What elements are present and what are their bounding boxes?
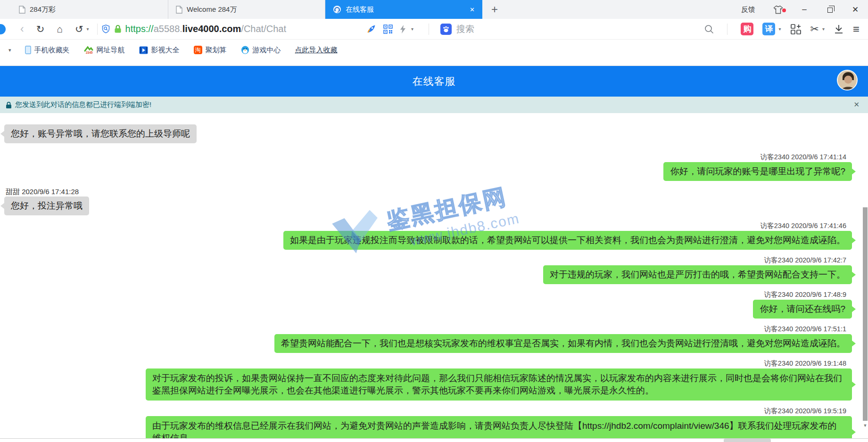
page-icon — [19, 6, 25, 14]
message-bubble: 对于违规的玩家，我们网站也是严厉打击的哦，希望贵网站配合支持一下。 — [543, 265, 852, 284]
message-bubble: 希望贵网站能配合一下，我们也是想核实玩家发布的维权事宜是否属实，如果有内情，我们… — [274, 334, 852, 353]
tab-label: Welcome 284万 — [187, 5, 321, 14]
address-bar[interactable]: https://a5588.live4000.com/Chat/Chat — [125, 24, 286, 34]
shopping-badge[interactable]: 购 — [741, 23, 753, 35]
scrollbar-down-arrow[interactable]: ▼ — [862, 423, 868, 428]
undo-dropdown-icon[interactable]: ▾ — [87, 26, 93, 32]
message-meta: 访客2340 2020/9/6 19:5:19 — [0, 407, 846, 415]
theme-skin-icon[interactable] — [765, 5, 792, 14]
notice-close-icon[interactable]: ✕ — [853, 100, 860, 109]
taobao-icon: 淘 — [194, 46, 202, 54]
url-scheme: https — [125, 24, 146, 34]
message-meta: 访客2340 2020/9/6 17:51:1 — [0, 325, 846, 333]
message-meta: 访客2340 2020/9/6 19:1:48 — [0, 360, 846, 368]
page-icon — [176, 6, 182, 14]
message-meta: 访客2340 2020/9/6 17:48:9 — [0, 291, 846, 299]
encryption-notice-banner: 您发送到此对话的信息都已进行端到端加密! ✕ — [0, 97, 868, 113]
message-bubble: 你好，请问玩家的账号是哪里出现了异常呢? — [663, 162, 852, 181]
chat-message-outgoing: 访客2340 2020/9/6 17:41:46 如果是由于玩家违规投注而导致被… — [0, 222, 868, 250]
tab-welcome[interactable]: Welcome 284万 — [168, 0, 325, 19]
bookmark-game-center[interactable]: 游戏中心 — [234, 44, 288, 56]
scissors-dropdown-icon[interactable]: ▾ — [822, 26, 825, 32]
lock-icon — [6, 101, 12, 109]
chat-message-outgoing: 访客2340 2020/9/6 19:5:19 由于玩家发布的维权信息已经展示在… — [0, 407, 868, 438]
divider — [97, 24, 98, 35]
minimize-button[interactable]: – — [792, 0, 817, 19]
home-button[interactable]: ⌂ — [50, 24, 69, 34]
bookmark-juhuasuan[interactable]: 淘 聚划算 — [187, 44, 234, 56]
new-tab-button[interactable]: + — [482, 0, 507, 19]
page-title: 在线客服 — [413, 74, 456, 89]
search-icon[interactable] — [704, 25, 714, 34]
url-separator: :// — [146, 24, 154, 34]
back-button[interactable]: ‹ — [14, 24, 30, 34]
refresh-button[interactable]: ↻ — [30, 24, 51, 34]
screenshot-scissors-icon[interactable]: ✂ — [810, 23, 819, 35]
baidu-paw-icon — [440, 24, 452, 35]
url-path: /Chat/Chat — [241, 24, 286, 34]
chat-message-outgoing: 访客2340 2020/9/6 17:48:9 你好，请问还在线吗? — [0, 291, 868, 319]
url-domain: live4000.com — [182, 24, 241, 34]
menu-hamburger-icon[interactable]: ≡ — [853, 23, 860, 36]
site-safety-shield-icon[interactable] — [102, 25, 110, 33]
message-bubble: 您好，账号异常哦，请您联系您的上级导师呢 — [4, 124, 197, 143]
tab-close-icon[interactable]: ✕ — [466, 5, 479, 14]
send-button-fragment[interactable] — [724, 439, 771, 442]
chat-message-outgoing: 访客2340 2020/9/6 17:41:14 你好，请问玩家的账号是哪里出现… — [0, 153, 868, 181]
chat-message-outgoing: 访客2340 2020/9/6 17:51:1 希望贵网站能配合一下，我们也是想… — [0, 325, 868, 353]
film-play-icon — [139, 46, 148, 54]
tab-label: 在线客服 — [346, 5, 462, 14]
message-meta: 访客2340 2020/9/6 17:41:14 — [0, 153, 846, 161]
2345-nav-icon: 2345 — [84, 46, 93, 54]
chat-input-top-edge — [0, 438, 868, 442]
notice-text: 您发送到此对话的信息都已进行端到端加密! — [15, 100, 151, 109]
message-list: 您好，账号异常哦，请您联系您的上级导师呢 访客2340 2020/9/6 17:… — [0, 113, 868, 438]
toolbar: ‹ ↻ ⌂ ↺ ▾ https://a5588.live4000.com/Cha… — [0, 19, 868, 40]
extensions-icon[interactable] — [790, 24, 802, 35]
bookmark-movies[interactable]: 影视大全 — [132, 44, 187, 56]
translate-dropdown-icon[interactable]: ▾ — [778, 26, 781, 32]
message-bubble: 如果是由于玩家违规投注而导致被限制取款的话，希望贵网站可以提供一下相关资料，我们… — [283, 231, 852, 250]
message-bubble: 由于玩家发布的维权信息已经展示在我们网站，为避免对贵网站的声誉造成影响，请贵网站… — [146, 416, 852, 438]
bookmark-phone-favorites[interactable]: 手机收藏夹 — [18, 44, 77, 56]
bookmark-import-link[interactable]: 点此导入收藏 — [288, 44, 345, 56]
customer-service-icon — [333, 5, 341, 14]
tab-284wancai[interactable]: 284万彩 — [11, 0, 168, 19]
divider — [429, 24, 429, 35]
address-bar-actions: ▾ 搜索 — [366, 23, 474, 35]
avatar[interactable] — [837, 70, 858, 90]
penguin-icon — [241, 46, 249, 54]
page-header: 在线客服 — [0, 66, 868, 97]
tab-label: 284万彩 — [30, 5, 164, 14]
tabbar-right: 反馈 – ✕ — [732, 0, 868, 19]
address-search-zone[interactable]: 搜索 — [440, 23, 474, 35]
feedback-button[interactable]: 反馈 — [732, 5, 765, 14]
close-button[interactable]: ✕ — [843, 0, 868, 19]
scrollbar-thumb[interactable] — [863, 207, 868, 421]
bookmarks-bar: ▾ 手机收藏夹 2345 网址导航 影视大全 淘 聚划算 — [0, 40, 868, 66]
message-bubble: 您好，投注异常哦 — [4, 196, 89, 215]
bookmark-site-nav-2345[interactable]: 2345 网址导航 — [77, 44, 132, 56]
message-meta: 甜甜 2020/9/6 17:41:28 — [4, 188, 868, 196]
lightning-flash-icon[interactable] — [400, 25, 406, 33]
translate-badge[interactable]: 译 — [762, 23, 775, 35]
browser-logo-edge — [0, 24, 6, 34]
bookmarks-dropdown-icon[interactable]: ▾ — [7, 44, 18, 53]
message-bubble: 对于玩家发布的投诉，如果贵网站保持一直不回应的态度来对待此问题，那么我们只能相信… — [146, 368, 852, 401]
message-bubble: 你好，请问还在线吗? — [753, 300, 852, 319]
message-meta: 访客2340 2020/9/6 17:41:46 — [0, 222, 846, 230]
notification-dot — [782, 8, 786, 12]
download-icon[interactable] — [834, 24, 844, 34]
search-hint-label: 搜索 — [456, 23, 474, 35]
browser-window: 284万彩 Welcome 284万 在线客服 ✕ + 反馈 – ✕ — [0, 0, 868, 442]
rocket-boost-icon[interactable] — [366, 24, 376, 34]
restore-button[interactable] — [817, 0, 843, 19]
tab-online-service[interactable]: 在线客服 ✕ — [325, 0, 482, 19]
https-lock-icon[interactable] — [114, 25, 122, 33]
phone-icon — [25, 46, 31, 54]
tab-bar: 284万彩 Welcome 284万 在线客服 ✕ + 反馈 – ✕ — [0, 0, 868, 19]
restore-icon — [827, 8, 833, 13]
chevron-down-icon[interactable]: ▾ — [411, 26, 417, 32]
qr-code-icon[interactable] — [383, 25, 393, 34]
chat-message-incoming: 您好，账号异常哦，请您联系您的上级导师呢 — [0, 124, 868, 143]
